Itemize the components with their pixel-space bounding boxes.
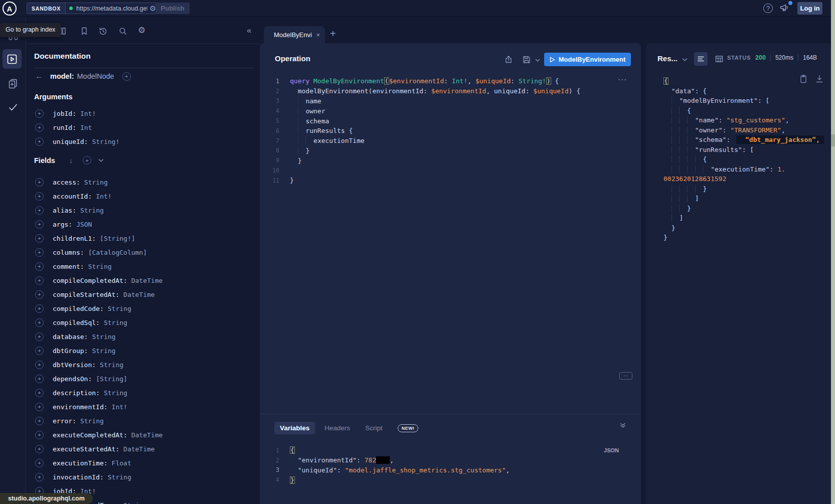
add-field-to-query-button[interactable]: + xyxy=(35,403,44,411)
field-type-link[interactable]: String xyxy=(80,207,104,214)
back-arrow-icon[interactable]: ← xyxy=(35,72,43,81)
add-field-to-query-button[interactable]: + xyxy=(35,276,44,285)
add-field-to-query-button[interactable]: + xyxy=(35,178,44,187)
add-field-to-query-button[interactable]: + xyxy=(35,347,44,355)
save-operation-icon[interactable] xyxy=(522,55,531,64)
field-type-link[interactable]: DateTime xyxy=(131,431,163,439)
field-type-link[interactable]: String xyxy=(88,263,112,270)
field-name[interactable]: dbtVersion: xyxy=(53,361,96,369)
add-field-to-query-button[interactable]: + xyxy=(35,262,44,271)
field-type-link[interactable]: DateTime xyxy=(123,445,155,453)
field-type-link[interactable]: Int xyxy=(80,124,92,131)
field-type-link[interactable]: DateTime xyxy=(131,277,163,284)
tab-headers[interactable]: Headers xyxy=(324,424,350,432)
field-type-link[interactable]: String xyxy=(108,305,131,312)
history-icon[interactable] xyxy=(98,27,108,36)
response-dropdown-icon[interactable] xyxy=(682,58,688,62)
field-name[interactable]: executeCompletedAt: xyxy=(53,431,127,439)
add-field-to-query-button[interactable]: + xyxy=(35,361,44,369)
sidebar-item-checks[interactable] xyxy=(0,102,26,112)
field-name[interactable]: accountId: xyxy=(53,193,92,200)
add-field-to-query-button[interactable]: + xyxy=(35,431,44,439)
add-field-to-query-button[interactable]: + xyxy=(35,248,44,257)
search-icon[interactable] xyxy=(118,27,127,36)
add-field-to-query-button[interactable]: + xyxy=(35,304,44,313)
sort-fields-icon[interactable]: ↓ xyxy=(69,156,73,164)
field-type-link[interactable]: String xyxy=(108,473,131,481)
field-name[interactable]: compileCompletedAt: xyxy=(53,277,127,284)
field-type-link[interactable]: JSON xyxy=(76,221,92,228)
field-type-link[interactable]: Int! xyxy=(80,110,96,117)
keyboard-shortcuts-icon[interactable]: ⋯ xyxy=(619,372,632,380)
field-name[interactable]: executionTime: xyxy=(53,459,108,467)
tab-variables[interactable]: Variables xyxy=(274,422,315,434)
field-type-link[interactable]: String xyxy=(104,319,127,326)
field-name[interactable]: uniqueId: xyxy=(53,138,88,145)
field-type-link[interactable]: String xyxy=(123,501,147,504)
add-field-to-query-button[interactable]: + xyxy=(35,332,44,341)
collapse-variables-icon[interactable] xyxy=(620,422,626,428)
field-name[interactable]: access: xyxy=(53,179,80,186)
endpoint-url-input[interactable]: https://metadata.cloud.get ⚙ xyxy=(66,3,163,14)
field-name[interactable]: alias: xyxy=(53,207,76,214)
response-json-viewer[interactable]: {"data": {"modelByEnvironment": [{"name"… xyxy=(646,76,827,243)
add-field-to-query-button[interactable]: + xyxy=(35,290,44,299)
field-name[interactable]: compiledCode: xyxy=(53,305,104,312)
add-field-to-query-button[interactable]: + xyxy=(35,459,44,467)
browser-scrollbar-strip[interactable] xyxy=(831,0,835,504)
response-raw-view-toggle[interactable] xyxy=(694,52,708,66)
field-type-link[interactable]: DateTime xyxy=(123,291,155,298)
add-field-to-query-button[interactable]: + xyxy=(35,375,44,383)
add-field-to-query-button[interactable]: + xyxy=(35,192,44,201)
add-field-to-query-button[interactable]: + xyxy=(35,445,44,453)
field-name[interactable]: childrenL1: xyxy=(53,235,96,242)
tab-modelbyenvironment[interactable]: ModelByEnvi... × xyxy=(264,26,325,43)
field-name[interactable]: runId: xyxy=(53,124,76,131)
field-type-link[interactable]: String xyxy=(92,333,115,341)
collapse-panel-icon[interactable]: « xyxy=(247,26,251,36)
field-type-link[interactable]: String xyxy=(104,389,127,397)
announcements-icon[interactable] xyxy=(779,3,789,13)
add-field-to-query-button[interactable]: + xyxy=(35,473,44,481)
field-type-link[interactable]: Float xyxy=(112,459,131,467)
field-type-link[interactable]: Int! xyxy=(96,193,111,200)
variables-editor[interactable]: 1{2"environmentId": 782,3"uniqueId": "mo… xyxy=(260,445,637,485)
field-type-link[interactable]: String! xyxy=(92,138,119,145)
add-field-to-query-button[interactable]: + xyxy=(35,123,44,132)
add-field-to-query-button[interactable]: + xyxy=(35,206,44,215)
field-type-link[interactable]: String xyxy=(80,417,104,425)
add-field-to-query-button[interactable]: + xyxy=(35,389,44,397)
field-name[interactable]: args: xyxy=(53,221,72,228)
field-type-link[interactable]: Int! xyxy=(112,403,127,411)
field-name[interactable]: jobId: xyxy=(53,110,76,117)
breadcrumb-type-link[interactable]: ModelNode xyxy=(77,72,114,80)
save-dropdown-icon[interactable] xyxy=(535,59,540,62)
field-name[interactable]: columns: xyxy=(53,249,84,256)
field-name[interactable]: error: xyxy=(53,417,76,425)
publish-button[interactable]: Publish xyxy=(155,3,190,14)
login-button[interactable]: Log in xyxy=(797,2,822,15)
chevron-down-icon[interactable] xyxy=(98,158,104,162)
field-name[interactable]: invocationId: xyxy=(53,473,104,481)
help-icon[interactable]: ? xyxy=(763,4,773,13)
variables-divider[interactable] xyxy=(260,414,641,414)
field-type-link[interactable]: String xyxy=(92,347,115,355)
sidebar-item-explorer[interactable] xyxy=(3,49,22,69)
field-type-link[interactable]: String xyxy=(84,179,108,186)
field-name[interactable]: database: xyxy=(53,333,88,341)
field-name[interactable]: dbtGroup: xyxy=(53,347,88,355)
share-operation-icon[interactable] xyxy=(504,55,513,64)
add-field-to-query-button[interactable]: + xyxy=(35,137,44,146)
operation-editor[interactable]: 1query ModelByEnvironment($environmentId… xyxy=(260,76,637,186)
field-name[interactable]: environmentId: xyxy=(53,403,108,411)
field-name[interactable]: executeStartedAt: xyxy=(53,445,119,453)
add-all-fields-button[interactable]: + xyxy=(122,72,131,81)
field-name[interactable]: dependsOn: xyxy=(53,375,92,383)
apollo-logo[interactable]: A xyxy=(3,2,17,16)
field-type-link[interactable]: [String!] xyxy=(100,235,135,242)
field-type-link[interactable]: [String] xyxy=(96,375,127,383)
add-field-to-query-button[interactable]: + xyxy=(35,318,44,327)
field-name[interactable]: compileStartedAt: xyxy=(53,291,119,298)
saved-operations-icon[interactable] xyxy=(80,27,89,36)
field-name[interactable]: compiledSql: xyxy=(53,319,100,326)
